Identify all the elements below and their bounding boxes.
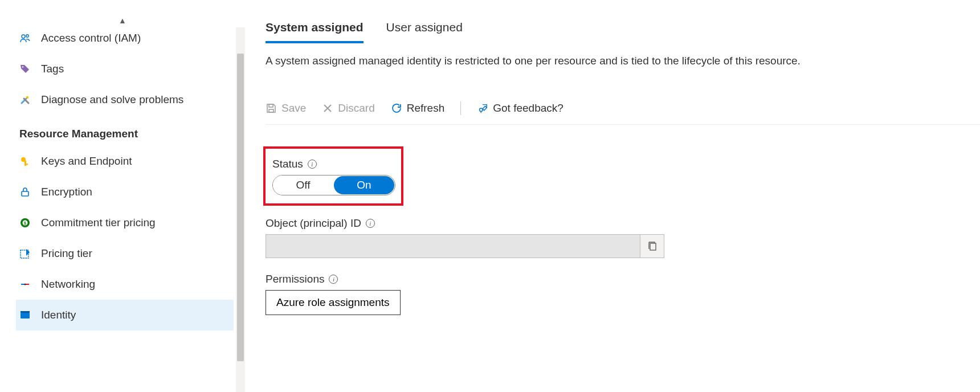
- nav-label: Identity: [41, 309, 76, 321]
- scrollbar-thumb[interactable]: [237, 54, 244, 361]
- feedback-label: Got feedback?: [493, 102, 564, 115]
- svg-point-12: [24, 284, 26, 285]
- nav-label: Diagnose and solve problems: [41, 93, 183, 106]
- scroll-up-arrow[interactable]: ▲: [119, 16, 126, 25]
- identity-description: A system assigned managed identity is re…: [266, 55, 980, 67]
- object-id-field: Object (principal) ID i: [266, 217, 980, 258]
- save-button: Save: [266, 102, 306, 115]
- status-toggle-on[interactable]: On: [334, 176, 394, 194]
- object-id-box: [266, 234, 664, 258]
- discard-label: Discard: [338, 102, 374, 115]
- svg-rect-16: [269, 109, 273, 112]
- svg-rect-7: [22, 191, 28, 196]
- status-toggle[interactable]: Off On: [272, 175, 395, 195]
- tab-system-assigned[interactable]: System assigned: [266, 21, 364, 43]
- svg-text:$: $: [24, 221, 26, 226]
- main-content: System assigned User assigned A system a…: [245, 0, 980, 392]
- sidebar-item-keys-endpoint[interactable]: Keys and Endpoint: [16, 146, 234, 177]
- object-id-label-row: Object (principal) ID i: [266, 217, 980, 230]
- discard-button: Discard: [322, 102, 374, 115]
- refresh-icon: [391, 103, 402, 114]
- svg-rect-6: [24, 164, 28, 165]
- status-toggle-off[interactable]: Off: [273, 175, 333, 195]
- save-label: Save: [281, 102, 306, 115]
- nav-label: Commitment tier pricing: [41, 217, 156, 229]
- nav-label: Tags: [41, 63, 64, 75]
- tools-icon: [19, 94, 31, 105]
- identity-icon: [19, 309, 31, 321]
- nav-label: Pricing tier: [41, 247, 92, 260]
- sidebar-item-diagnose[interactable]: Diagnose and solve problems: [16, 84, 234, 115]
- svg-rect-13: [21, 313, 30, 318]
- nav-label: Encryption: [41, 186, 92, 198]
- permissions-label-row: Permissions i: [266, 273, 980, 285]
- svg-point-0: [22, 35, 25, 38]
- status-highlight-box: Status i Off On: [263, 146, 403, 206]
- key-icon: [19, 156, 31, 167]
- save-icon: [266, 103, 277, 114]
- sidebar: ▲ Access control (IAM) Tags Diagnose and…: [0, 0, 245, 392]
- section-header-resource-management: Resource Management: [16, 115, 245, 146]
- sidebar-item-pricing-tier[interactable]: Pricing tier: [16, 238, 234, 269]
- svg-point-2: [22, 66, 24, 68]
- lock-icon: [19, 186, 31, 198]
- sidebar-item-commitment-tier[interactable]: $ Commitment tier pricing: [16, 207, 234, 238]
- permissions-field: Permissions i Azure role assignments: [266, 273, 980, 315]
- pricing-commit-icon: $: [19, 217, 31, 228]
- identity-tabs: System assigned User assigned: [266, 21, 980, 43]
- svg-rect-5: [24, 161, 26, 166]
- status-label: Status: [272, 158, 303, 170]
- svg-rect-14: [21, 311, 30, 313]
- svg-rect-18: [650, 243, 656, 250]
- sidebar-item-networking[interactable]: Networking: [16, 269, 234, 300]
- tab-user-assigned[interactable]: User assigned: [386, 21, 463, 43]
- nav-label: Access control (IAM): [41, 32, 141, 44]
- object-id-label: Object (principal) ID: [266, 217, 361, 230]
- people-icon: [19, 32, 31, 44]
- discard-icon: [322, 103, 333, 114]
- sidebar-item-encryption[interactable]: Encryption: [16, 177, 234, 207]
- refresh-button[interactable]: Refresh: [391, 102, 445, 115]
- toolbar-separator: [460, 101, 461, 115]
- sidebar-item-tags[interactable]: Tags: [16, 54, 234, 84]
- copy-button[interactable]: [640, 235, 664, 258]
- nav-label: Networking: [41, 278, 95, 291]
- command-bar: Save Discard Refresh Got feedback?: [266, 101, 980, 125]
- nav-label: Keys and Endpoint: [41, 155, 132, 168]
- svg-point-3: [26, 96, 28, 99]
- info-icon[interactable]: i: [366, 219, 375, 228]
- feedback-button[interactable]: Got feedback?: [477, 102, 564, 115]
- feedback-icon: [477, 103, 488, 114]
- copy-icon: [648, 241, 657, 251]
- sidebar-item-identity[interactable]: Identity: [16, 300, 234, 330]
- svg-rect-15: [269, 104, 273, 107]
- tag-icon: [19, 63, 31, 75]
- status-label-row: Status i: [272, 158, 394, 170]
- info-icon[interactable]: i: [329, 275, 338, 284]
- scrollbar-track[interactable]: [236, 27, 245, 392]
- sidebar-item-access-control[interactable]: Access control (IAM): [16, 23, 234, 54]
- svg-point-1: [26, 35, 28, 37]
- azure-role-assignments-button[interactable]: Azure role assignments: [266, 290, 401, 315]
- networking-icon: [19, 279, 31, 290]
- permissions-label: Permissions: [266, 273, 324, 285]
- pricing-tier-icon: [19, 248, 31, 259]
- refresh-label: Refresh: [407, 102, 445, 115]
- info-icon[interactable]: i: [308, 160, 317, 169]
